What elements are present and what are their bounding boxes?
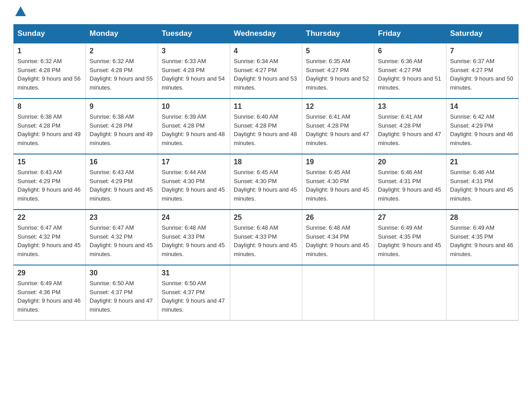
day-info: Sunrise: 6:42 AMSunset: 4:29 PMDaylight:… bbox=[450, 112, 515, 147]
day-number: 3 bbox=[162, 47, 226, 55]
day-info: Sunrise: 6:46 AMSunset: 4:31 PMDaylight:… bbox=[378, 168, 442, 203]
weekday-header-wednesday: Wednesday bbox=[230, 25, 302, 43]
calendar-table: SundayMondayTuesdayWednesdayThursdayFrid… bbox=[13, 24, 519, 321]
calendar-cell: 8 Sunrise: 6:38 AMSunset: 4:28 PMDayligh… bbox=[14, 98, 86, 154]
day-info: Sunrise: 6:37 AMSunset: 4:27 PMDaylight:… bbox=[450, 57, 515, 92]
calendar-cell: 29 Sunrise: 6:49 AMSunset: 4:36 PMDaylig… bbox=[14, 265, 86, 321]
day-info: Sunrise: 6:36 AMSunset: 4:27 PMDaylight:… bbox=[378, 57, 442, 92]
calendar-cell bbox=[446, 265, 519, 321]
day-number: 8 bbox=[17, 103, 82, 111]
calendar-cell: 3 Sunrise: 6:33 AMSunset: 4:28 PMDayligh… bbox=[158, 43, 230, 98]
day-info: Sunrise: 6:38 AMSunset: 4:28 PMDaylight:… bbox=[90, 112, 154, 147]
calendar-cell: 25 Sunrise: 6:48 AMSunset: 4:33 PMDaylig… bbox=[230, 210, 302, 265]
day-number: 13 bbox=[378, 103, 442, 111]
day-info: Sunrise: 6:49 AMSunset: 4:35 PMDaylight:… bbox=[450, 223, 515, 258]
day-info: Sunrise: 6:44 AMSunset: 4:30 PMDaylight:… bbox=[162, 168, 226, 203]
day-info: Sunrise: 6:47 AMSunset: 4:32 PMDaylight:… bbox=[17, 223, 82, 258]
day-info: Sunrise: 6:48 AMSunset: 4:34 PMDaylight:… bbox=[306, 223, 370, 258]
calendar-cell: 2 Sunrise: 6:32 AMSunset: 4:28 PMDayligh… bbox=[86, 43, 158, 98]
weekday-header-friday: Friday bbox=[374, 25, 446, 43]
week-row-1: 1 Sunrise: 6:32 AMSunset: 4:28 PMDayligh… bbox=[14, 43, 519, 98]
calendar-cell bbox=[374, 265, 446, 321]
day-number: 9 bbox=[90, 103, 154, 111]
weekday-header-sunday: Sunday bbox=[14, 25, 86, 43]
day-info: Sunrise: 6:32 AMSunset: 4:28 PMDaylight:… bbox=[90, 57, 154, 92]
day-number: 24 bbox=[162, 214, 226, 222]
calendar-cell: 5 Sunrise: 6:35 AMSunset: 4:27 PMDayligh… bbox=[302, 43, 374, 98]
calendar-cell bbox=[230, 265, 302, 321]
calendar-cell: 9 Sunrise: 6:38 AMSunset: 4:28 PMDayligh… bbox=[86, 98, 158, 154]
day-number: 29 bbox=[17, 269, 82, 277]
day-info: Sunrise: 6:33 AMSunset: 4:28 PMDaylight:… bbox=[162, 57, 226, 92]
day-number: 23 bbox=[90, 214, 154, 222]
calendar-cell: 18 Sunrise: 6:45 AMSunset: 4:30 PMDaylig… bbox=[230, 154, 302, 210]
day-number: 17 bbox=[162, 158, 226, 166]
weekday-header-thursday: Thursday bbox=[302, 25, 374, 43]
calendar-cell bbox=[302, 265, 374, 321]
day-info: Sunrise: 6:40 AMSunset: 4:28 PMDaylight:… bbox=[234, 112, 298, 147]
day-number: 20 bbox=[378, 158, 442, 166]
week-row-4: 22 Sunrise: 6:47 AMSunset: 4:32 PMDaylig… bbox=[14, 210, 519, 265]
calendar-cell: 6 Sunrise: 6:36 AMSunset: 4:27 PMDayligh… bbox=[374, 43, 446, 98]
day-info: Sunrise: 6:45 AMSunset: 4:30 PMDaylight:… bbox=[306, 168, 370, 203]
day-number: 31 bbox=[162, 269, 226, 277]
week-row-3: 15 Sunrise: 6:43 AMSunset: 4:29 PMDaylig… bbox=[14, 154, 519, 210]
calendar-cell: 23 Sunrise: 6:47 AMSunset: 4:32 PMDaylig… bbox=[86, 210, 158, 265]
day-info: Sunrise: 6:45 AMSunset: 4:30 PMDaylight:… bbox=[234, 168, 298, 203]
day-number: 1 bbox=[17, 47, 82, 55]
day-number: 27 bbox=[378, 214, 442, 222]
day-number: 22 bbox=[17, 214, 82, 222]
calendar-cell: 26 Sunrise: 6:48 AMSunset: 4:34 PMDaylig… bbox=[302, 210, 374, 265]
day-number: 2 bbox=[90, 47, 154, 55]
day-info: Sunrise: 6:39 AMSunset: 4:28 PMDaylight:… bbox=[162, 112, 226, 147]
day-number: 7 bbox=[450, 47, 515, 55]
day-info: Sunrise: 6:49 AMSunset: 4:36 PMDaylight:… bbox=[17, 279, 82, 314]
logo bbox=[13, 9, 27, 15]
calendar-cell: 19 Sunrise: 6:45 AMSunset: 4:30 PMDaylig… bbox=[302, 154, 374, 210]
calendar-cell: 27 Sunrise: 6:49 AMSunset: 4:35 PMDaylig… bbox=[374, 210, 446, 265]
weekday-header-saturday: Saturday bbox=[446, 25, 519, 43]
calendar-cell: 12 Sunrise: 6:41 AMSunset: 4:28 PMDaylig… bbox=[302, 98, 374, 154]
calendar-cell: 30 Sunrise: 6:50 AMSunset: 4:37 PMDaylig… bbox=[86, 265, 158, 321]
week-row-2: 8 Sunrise: 6:38 AMSunset: 4:28 PMDayligh… bbox=[14, 98, 519, 154]
calendar-cell: 4 Sunrise: 6:34 AMSunset: 4:27 PMDayligh… bbox=[230, 43, 302, 98]
day-number: 10 bbox=[162, 103, 226, 111]
calendar-cell: 15 Sunrise: 6:43 AMSunset: 4:29 PMDaylig… bbox=[14, 154, 86, 210]
calendar-cell: 14 Sunrise: 6:42 AMSunset: 4:29 PMDaylig… bbox=[446, 98, 519, 154]
day-info: Sunrise: 6:35 AMSunset: 4:27 PMDaylight:… bbox=[306, 57, 370, 92]
day-info: Sunrise: 6:41 AMSunset: 4:28 PMDaylight:… bbox=[306, 112, 370, 147]
day-info: Sunrise: 6:46 AMSunset: 4:31 PMDaylight:… bbox=[450, 168, 515, 203]
calendar-cell: 28 Sunrise: 6:49 AMSunset: 4:35 PMDaylig… bbox=[446, 210, 519, 265]
calendar-cell: 16 Sunrise: 6:43 AMSunset: 4:29 PMDaylig… bbox=[86, 154, 158, 210]
day-info: Sunrise: 6:32 AMSunset: 4:28 PMDaylight:… bbox=[17, 57, 82, 92]
day-number: 30 bbox=[90, 269, 154, 277]
logo-triangle-icon bbox=[14, 5, 27, 18]
calendar-cell: 21 Sunrise: 6:46 AMSunset: 4:31 PMDaylig… bbox=[446, 154, 519, 210]
weekday-header-row: SundayMondayTuesdayWednesdayThursdayFrid… bbox=[14, 25, 519, 43]
day-number: 25 bbox=[234, 214, 298, 222]
calendar-cell: 1 Sunrise: 6:32 AMSunset: 4:28 PMDayligh… bbox=[14, 43, 86, 98]
calendar-cell: 13 Sunrise: 6:41 AMSunset: 4:28 PMDaylig… bbox=[374, 98, 446, 154]
day-number: 19 bbox=[306, 158, 370, 166]
day-number: 4 bbox=[234, 47, 298, 55]
day-number: 11 bbox=[234, 103, 298, 111]
day-info: Sunrise: 6:50 AMSunset: 4:37 PMDaylight:… bbox=[162, 279, 226, 314]
day-number: 28 bbox=[450, 214, 515, 222]
calendar-cell: 7 Sunrise: 6:37 AMSunset: 4:27 PMDayligh… bbox=[446, 43, 519, 98]
day-number: 18 bbox=[234, 158, 298, 166]
calendar-cell: 22 Sunrise: 6:47 AMSunset: 4:32 PMDaylig… bbox=[14, 210, 86, 265]
week-row-5: 29 Sunrise: 6:49 AMSunset: 4:36 PMDaylig… bbox=[14, 265, 519, 321]
day-number: 15 bbox=[17, 158, 82, 166]
calendar-cell: 24 Sunrise: 6:48 AMSunset: 4:33 PMDaylig… bbox=[158, 210, 230, 265]
calendar-cell: 10 Sunrise: 6:39 AMSunset: 4:28 PMDaylig… bbox=[158, 98, 230, 154]
day-info: Sunrise: 6:48 AMSunset: 4:33 PMDaylight:… bbox=[234, 223, 298, 258]
day-number: 12 bbox=[306, 103, 370, 111]
day-number: 5 bbox=[306, 47, 370, 55]
day-info: Sunrise: 6:43 AMSunset: 4:29 PMDaylight:… bbox=[17, 168, 82, 203]
day-info: Sunrise: 6:41 AMSunset: 4:28 PMDaylight:… bbox=[378, 112, 442, 147]
calendar-cell: 17 Sunrise: 6:44 AMSunset: 4:30 PMDaylig… bbox=[158, 154, 230, 210]
day-number: 14 bbox=[450, 103, 515, 111]
day-info: Sunrise: 6:47 AMSunset: 4:32 PMDaylight:… bbox=[90, 223, 154, 258]
weekday-header-monday: Monday bbox=[86, 25, 158, 43]
day-info: Sunrise: 6:50 AMSunset: 4:37 PMDaylight:… bbox=[90, 279, 154, 314]
